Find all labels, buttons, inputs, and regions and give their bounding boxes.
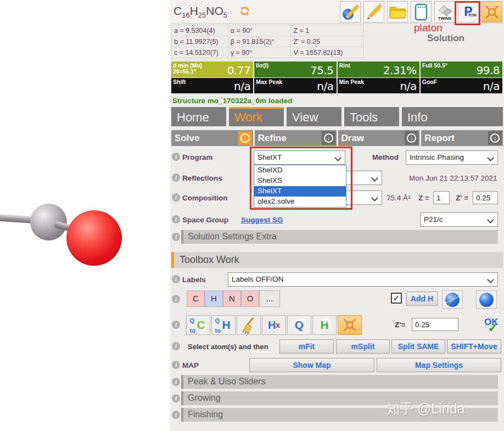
- open-folder-icon[interactable]: [387, 1, 408, 23]
- subtab-solve[interactable]: Solve ↑: [171, 130, 253, 146]
- mfit-button[interactable]: mFit: [279, 339, 334, 354]
- max-peak-value: n/a: [317, 80, 333, 93]
- zprime-input[interactable]: 0.25: [473, 191, 498, 204]
- show-map-button[interactable]: Show Map: [249, 358, 374, 372]
- info-icon[interactable]: [172, 342, 180, 350]
- delete-h-button[interactable]: Hx: [262, 315, 286, 335]
- toggle-q-peaks-button[interactable]: Q: [287, 315, 311, 335]
- z-input[interactable]: 1: [433, 191, 450, 204]
- info-icon[interactable]: [172, 321, 180, 329]
- cell-b: b = 11.9927(5): [172, 36, 228, 47]
- space-group-select[interactable]: P21/c: [420, 212, 498, 227]
- min-peak-label: Min Peak: [339, 79, 365, 85]
- center-view-icon[interactable]: [481, 1, 502, 23]
- timestamp: Mon Jun 21 22:13:57 2021: [409, 174, 497, 182]
- refresh-formula-icon[interactable]: [239, 5, 250, 16]
- info-icon[interactable]: [172, 193, 180, 201]
- msplit-button[interactable]: mSplit: [336, 339, 390, 354]
- rint-indicator[interactable]: Rint 2.31%: [338, 61, 419, 77]
- q-to-c-button[interactable]: Q to C: [186, 315, 210, 335]
- info-icon[interactable]: [172, 295, 180, 303]
- goof-indicator[interactable]: GooF n/a: [421, 78, 502, 93]
- subtab-refine-label: Refine: [255, 133, 287, 144]
- tab-info[interactable]: Info: [402, 107, 503, 126]
- element-h-button[interactable]: H: [205, 290, 223, 307]
- tidy-broom-button[interactable]: [237, 315, 261, 335]
- add-h-button[interactable]: Add H: [406, 292, 438, 306]
- subtab-refine[interactable]: Refine ↓: [255, 130, 337, 146]
- info-icon[interactable]: [172, 275, 180, 283]
- add-h-checkbox[interactable]: ✓: [391, 293, 402, 304]
- map-settings-button[interactable]: Map Settings: [377, 358, 501, 372]
- refine-expand-button[interactable]: ↓: [322, 131, 335, 145]
- toolbox-zprime-input[interactable]: 0.25: [412, 318, 458, 331]
- tools-row: Q to C Q to H Hx Q: [170, 315, 504, 335]
- arrow-up-icon: ↑: [240, 133, 250, 143]
- cell-gamma: γ = 90°: [228, 47, 291, 58]
- subtab-draw-label: Draw: [338, 133, 365, 144]
- shift-indicator[interactable]: Shift n/a: [171, 78, 253, 93]
- shift-value: n/a: [234, 80, 250, 93]
- subtab-report[interactable]: Report ↓: [421, 130, 503, 146]
- shift-move-button[interactable]: SHIFT+Move: [447, 339, 501, 354]
- draw-expand-button[interactable]: ↓: [405, 131, 418, 145]
- tab-work[interactable]: Work: [229, 107, 284, 126]
- solve-collapse-button[interactable]: ↑: [238, 131, 252, 145]
- info-icon[interactable]: [172, 411, 180, 419]
- twins-icon[interactable]: TWINS: [434, 1, 455, 23]
- delete-h-letter: H: [268, 319, 276, 332]
- toggle-h-letter: H: [320, 318, 328, 332]
- tab-home[interactable]: Home: [171, 107, 226, 126]
- section-solution-settings-extra[interactable]: Solution Settings Extra: [181, 230, 498, 244]
- element-more-button[interactable]: ...: [259, 290, 280, 307]
- section-peak-uiso-sliders[interactable]: Peak & Uiso Sliders: [181, 375, 498, 389]
- info-icon[interactable]: [172, 215, 180, 223]
- element-o-button[interactable]: O: [241, 290, 259, 307]
- molecule-3d-viewport[interactable]: [0, 0, 165, 431]
- solid-sphere-icon[interactable]: [476, 290, 497, 309]
- q-to-h-to: to: [215, 327, 221, 334]
- draw-pencil-icon[interactable]: [363, 1, 384, 23]
- subtab-report-label: Report: [421, 133, 455, 144]
- q-to-h-button[interactable]: Q to H: [211, 315, 236, 335]
- toggle-h-button[interactable]: H: [312, 315, 337, 335]
- subtab-solve-label: Solve: [171, 133, 199, 144]
- info-icon[interactable]: [172, 394, 180, 402]
- info-icon[interactable]: [172, 153, 180, 161]
- max-peak-label: Max Peak: [256, 79, 282, 85]
- wireframe-sphere-icon[interactable]: [442, 290, 463, 309]
- tab-tools[interactable]: Tools: [344, 107, 399, 126]
- tab-view[interactable]: View: [287, 107, 341, 126]
- labels-select[interactable]: Labels OFF/ON: [228, 272, 498, 287]
- i-sigma-label: I/σ(I): [256, 63, 268, 69]
- method-select[interactable]: Intrinsic Phasing: [406, 150, 498, 165]
- toolbox-work-header[interactable]: Toolbox Work: [171, 252, 503, 268]
- min-peak-indicator[interactable]: Min Peak n/a: [338, 78, 419, 93]
- shift-label: Shift: [173, 79, 186, 85]
- info-icon[interactable]: [172, 378, 180, 386]
- dmin-indicator[interactable]: d min (Mo) 2θ=55.1° 0.77: [171, 61, 253, 77]
- space-group-label: Space Group: [182, 216, 228, 224]
- info-icon[interactable]: [172, 361, 180, 369]
- report-expand-button[interactable]: ↓: [488, 131, 502, 145]
- subtab-draw[interactable]: Draw ↓: [338, 130, 420, 146]
- q-to-c-to: to: [190, 327, 195, 334]
- dropdown-annotation-box: [250, 147, 352, 210]
- i-sigma-indicator[interactable]: I/σ(I) 75.5: [254, 61, 336, 77]
- goof-label: GooF: [422, 79, 437, 85]
- suggest-sg-link[interactable]: Suggest SG: [241, 216, 283, 224]
- space-group-row: Space Group Suggest SG P21/c: [170, 212, 504, 227]
- ok-button[interactable]: OK ✓: [483, 316, 503, 334]
- max-peak-indicator[interactable]: Max Peak n/a: [254, 78, 336, 93]
- z-label: Z =: [418, 194, 429, 202]
- info-icon[interactable]: [172, 173, 180, 182]
- completeness-indicator[interactable]: Full 50.5° 99.8: [421, 61, 502, 77]
- edit-structure-icon[interactable]: [340, 1, 361, 23]
- element-n-button[interactable]: N: [223, 290, 241, 307]
- notes-icon[interactable]: [411, 1, 432, 23]
- split-same-button[interactable]: Split SAME: [391, 339, 445, 354]
- info-icon[interactable]: [172, 233, 180, 241]
- element-c-button[interactable]: C: [187, 290, 205, 307]
- oxygen-atom-sphere[interactable]: [66, 210, 122, 266]
- center-molecule-button[interactable]: [338, 315, 362, 335]
